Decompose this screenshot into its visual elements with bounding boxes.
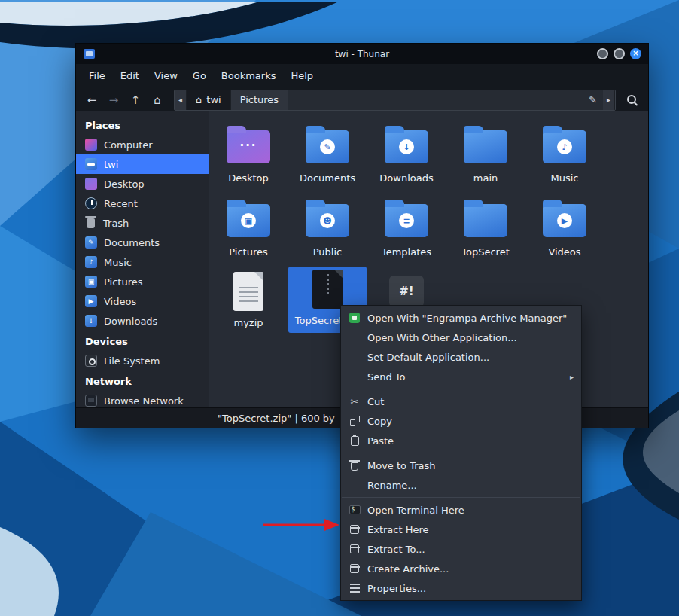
sidebar-item-file-system[interactable]: File System (76, 351, 209, 371)
folder-documents[interactable]: ✎ Documents (288, 124, 367, 184)
forward-button[interactable]: → (104, 91, 123, 109)
file-label: Public (288, 246, 367, 258)
path-bar: ◂ ⌂ twi Pictures ✎ ▸ (174, 90, 616, 111)
dots-icon: ··· (239, 139, 257, 152)
file-label: Downloads (367, 172, 446, 184)
menu-item-extract-here[interactable]: Extract Here (341, 520, 581, 539)
minimize-button[interactable] (597, 48, 608, 59)
menu-item-label: Open Terminal Here (367, 505, 464, 516)
window-controls: × (597, 48, 641, 59)
menu-bar: File Edit View Go Bookmarks Help (76, 64, 648, 87)
folder-downloads[interactable]: ↓ Downloads (367, 124, 446, 184)
sidebar-item-recent[interactable]: Recent (76, 194, 209, 213)
menu-item-label: Rename... (367, 480, 417, 491)
menu-item-copy[interactable]: Copy (341, 411, 581, 431)
sidebar-item-label: Recent (104, 198, 138, 209)
sidebar-item-documents[interactable]: ✎ Documents (76, 233, 209, 252)
up-button[interactable]: ↑ (126, 91, 145, 109)
documents-icon: ✎ (85, 236, 97, 249)
menu-item-paste[interactable]: Paste (341, 431, 581, 450)
sidebar-item-label: Documents (104, 237, 160, 249)
sidebar-item-trash[interactable]: Trash (76, 213, 209, 233)
menu-item-label: Cut (367, 396, 384, 407)
sidebar-item-desktop[interactable]: Desktop (76, 174, 209, 194)
menu-item-label: Create Archive... (367, 563, 449, 575)
menu-help[interactable]: Help (284, 66, 320, 85)
plain-folder-icon (446, 126, 525, 168)
sidebar-item-downloads[interactable]: ↓ Downloads (76, 311, 209, 331)
menu-item-extract-to[interactable]: Extract To... (341, 539, 581, 559)
maximize-button[interactable] (614, 48, 625, 59)
icon-spacer (349, 331, 361, 343)
file-myzip[interactable]: myzip (209, 269, 288, 328)
folder-music[interactable]: ♪ Music (525, 124, 604, 184)
templates-folder-icon: ≡ (367, 200, 446, 242)
folder-topsecret[interactable]: TopSecret (446, 198, 525, 258)
breadcrumb-twi[interactable]: ⌂ twi (187, 90, 231, 110)
folder-desktop[interactable]: ··· Desktop (209, 124, 288, 184)
folder-templates[interactable]: ≡ Templates (367, 198, 446, 258)
sidebar-item-music[interactable]: ♪ Music (76, 252, 209, 272)
close-button[interactable]: × (630, 48, 641, 59)
menu-go[interactable]: Go (186, 66, 213, 85)
sidebar-item-label: Computer (104, 139, 153, 151)
path-input-area[interactable] (288, 90, 583, 110)
paperclip-icon: ✎ (320, 139, 335, 154)
menu-separator (342, 389, 580, 389)
pictures-folder-icon: ▣ (209, 200, 288, 242)
menu-item-label: Paste (367, 435, 394, 447)
icon-spacer (349, 351, 361, 363)
desktop-icon (85, 178, 97, 190)
folder-pictures[interactable]: ▣ Pictures (209, 198, 288, 258)
sidebar-item-twi[interactable]: twi (76, 154, 209, 174)
file-label: Desktop (209, 172, 288, 184)
icon-spacer (349, 371, 361, 383)
copy-icon (349, 415, 361, 427)
menu-item-set-default-application[interactable]: Set Default Application... (341, 347, 581, 367)
menu-item-rename[interactable]: Rename... (341, 475, 581, 495)
search-button[interactable] (623, 91, 642, 109)
sidebar-item-pictures[interactable]: ▣ Pictures (76, 272, 209, 291)
menu-item-create-archive[interactable]: Create Archive... (341, 559, 581, 578)
scissors-icon: ✂ (349, 395, 361, 407)
breadcrumb-pictures[interactable]: Pictures (231, 90, 288, 110)
menu-view[interactable]: View (148, 66, 184, 85)
titlebar[interactable]: twi - Thunar × (76, 44, 648, 64)
menu-item-cut[interactable]: ✂ Cut (341, 392, 581, 411)
menu-edit[interactable]: Edit (114, 66, 146, 85)
engrampa-icon (349, 312, 361, 324)
downloads-folder-icon: ↓ (367, 126, 446, 168)
menu-item-open-with-other[interactable]: Open With Other Application... (341, 328, 581, 347)
menu-bookmarks[interactable]: Bookmarks (215, 66, 283, 85)
edit-path-icon[interactable]: ✎ (583, 90, 603, 110)
home-button[interactable]: ⌂ (148, 91, 167, 109)
chevron-right-icon[interactable]: ▸ (603, 90, 615, 110)
folder-videos[interactable]: ▶ Videos (525, 198, 604, 258)
sidebar: Places Computer twi Desktop Recent Trash (76, 111, 209, 407)
image-icon: ▣ (241, 213, 256, 228)
menu-item-move-to-trash[interactable]: Move to Trash (341, 456, 581, 475)
plain-folder-icon (446, 200, 525, 242)
menu-item-label: Set Default Application... (367, 352, 489, 363)
menu-item-open-with-engrampa[interactable]: Open With "Engrampa Archive Manager" (341, 308, 581, 328)
menu-file[interactable]: File (82, 66, 112, 85)
status-text: "TopSecret.zip" | 600 by (218, 413, 335, 424)
text-file-icon (209, 270, 288, 313)
menu-item-label: Copy (367, 416, 392, 427)
people-icon: ☻ (320, 213, 335, 228)
sidebar-item-label: twi (104, 159, 118, 170)
sidebar-item-videos[interactable]: ▶ Videos (76, 291, 209, 311)
menu-item-properties[interactable]: Properties... (341, 578, 581, 598)
menu-item-open-terminal-here[interactable]: $ Open Terminal Here (341, 500, 581, 520)
toolbar: ← → ↑ ⌂ ◂ ⌂ twi Pictures ✎ ▸ (76, 87, 648, 113)
chevron-left-icon[interactable]: ◂ (175, 90, 187, 110)
menu-item-send-to[interactable]: Send To ▸ (341, 367, 581, 386)
sidebar-item-computer[interactable]: Computer (76, 135, 209, 154)
desktop-folder-icon: ··· (209, 126, 288, 168)
back-button[interactable]: ← (82, 91, 102, 109)
search-icon (626, 94, 638, 106)
folder-main[interactable]: main (446, 124, 525, 184)
menu-separator (342, 453, 580, 453)
network-icon (85, 395, 97, 407)
folder-public[interactable]: ☻ Public (288, 198, 367, 258)
